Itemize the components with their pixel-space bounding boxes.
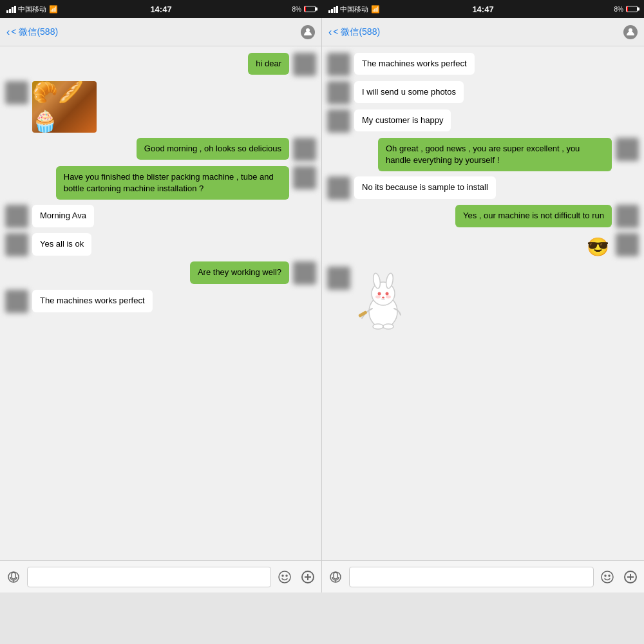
avatar [616, 138, 639, 161]
msg-row: The machines works perfect [5, 290, 316, 313]
add-button[interactable] [298, 567, 317, 587]
phones-container: ‹ < 微信(588) hi dear [0, 18, 644, 592]
status-bar-left: 中国移动 📶 14:47 8% [0, 5, 322, 14]
bottom-bar [0, 592, 644, 644]
bubble: The machines works perfect [354, 53, 475, 75]
msg-row: Yes , our machine is not difficult to ru… [327, 205, 639, 228]
bubble: I will send u some photos [354, 81, 464, 103]
svg-point-14 [386, 292, 389, 295]
carrier-left: 中国移动 [18, 5, 46, 14]
bubble: Have you finished the blister packing ma… [56, 166, 289, 200]
voice-button[interactable] [4, 567, 23, 587]
bubble: Are they working well? [190, 261, 289, 283]
msg-row: 😎 [327, 233, 639, 261]
bubble: Morning Ava [32, 205, 94, 227]
avatar [327, 53, 350, 76]
signal-icon-right [328, 5, 338, 13]
msg-row: I will send u some photos [327, 81, 639, 104]
person-icon [301, 25, 315, 39]
svg-point-4 [286, 575, 287, 576]
phone2-navbar: ‹ < 微信(588) [322, 18, 644, 46]
msg-row: Are they working well? [5, 261, 316, 285]
phone1-message-input[interactable] [27, 567, 271, 587]
msg-row: My customer is happy [327, 109, 639, 133]
bubble: Yes all is ok [32, 233, 91, 255]
phone1-chat-area: hi dear 🥐🥖🧁 Good morning , oh looks so d… [0, 46, 321, 560]
svg-point-16 [375, 295, 381, 298]
bunny-sticker-svg [354, 267, 412, 331]
svg-point-2 [279, 571, 290, 583]
msg-row [327, 267, 639, 334]
battery-percent-right: 8% [614, 6, 623, 13]
phone1-input-bar [0, 560, 321, 592]
emoji-bubble: 😎 [584, 233, 612, 261]
avatar [327, 267, 350, 290]
msg-row: No its because is sample to install [327, 176, 639, 200]
avatar [327, 81, 350, 104]
phone-2: ‹ < 微信(588) The machines works perfect [322, 18, 644, 592]
emoji-button-2[interactable] [598, 567, 617, 587]
svg-point-24 [609, 575, 610, 576]
bubble: The machines works perfect [32, 290, 153, 312]
phone2-message-input[interactable] [349, 567, 594, 587]
msg-row: Have you finished the blister packing ma… [5, 166, 316, 200]
sticker-bubble [354, 267, 412, 334]
avatar [616, 233, 639, 256]
avatar [616, 205, 639, 228]
wifi-icon-left: 📶 [49, 5, 58, 14]
back-chevron-icon: ‹ [6, 26, 10, 38]
status-bar-right: 中国移动 📶 14:47 8% [322, 5, 644, 14]
msg-row: hi dear [5, 53, 316, 76]
battery-icon-left [304, 6, 316, 12]
add-button-2[interactable] [621, 567, 640, 587]
msg-row: Good morning , oh looks so delicious [5, 138, 316, 161]
avatar [5, 290, 28, 313]
status-bar: 中国移动 📶 14:47 8% 中国移动 📶 14:47 8% [0, 0, 644, 18]
battery-icon-right [626, 6, 638, 12]
food-image-bubble: 🥐🥖🧁 [32, 81, 97, 133]
avatar [327, 109, 350, 133]
phone1-navbar: ‹ < 微信(588) [0, 18, 321, 46]
food-image: 🥐🥖🧁 [32, 81, 97, 133]
carrier-right: 中国移动 [340, 5, 368, 14]
svg-point-3 [282, 575, 283, 576]
status-right-icons-right: 8% [614, 6, 638, 13]
svg-point-23 [605, 575, 606, 576]
avatar [5, 205, 28, 228]
avatar [293, 53, 316, 76]
avatar [327, 176, 350, 200]
time-left: 14:47 [150, 5, 171, 14]
msg-row: Oh great , good news , you are super exc… [327, 138, 639, 171]
svg-point-13 [378, 292, 381, 295]
svg-point-15 [382, 296, 384, 298]
person-icon-2 [623, 25, 638, 39]
status-right-icons-left: 8% [292, 6, 316, 13]
time-right: 14:47 [472, 5, 493, 14]
bubble: Oh great , good news , you are super exc… [378, 138, 612, 171]
msg-row: The machines works perfect [327, 53, 639, 76]
phone2-nav-avatar[interactable] [623, 25, 638, 39]
phone1-nav-avatar[interactable] [301, 25, 315, 39]
avatar [293, 261, 316, 285]
svg-point-20 [383, 324, 393, 329]
phone2-chat-area: The machines works perfect I will send u… [322, 46, 644, 560]
msg-row: Morning Ava [5, 205, 316, 228]
svg-point-19 [373, 324, 383, 329]
svg-point-22 [601, 571, 613, 583]
phone1-back-button[interactable]: ‹ < 微信(588) [6, 26, 58, 38]
voice-button-2[interactable] [326, 567, 345, 587]
phone1-nav-title: < 微信(588) [11, 26, 58, 38]
wifi-icon-right: 📶 [371, 5, 380, 14]
battery-percent-left: 8% [292, 6, 301, 13]
phone2-back-button[interactable]: ‹ < 微信(588) [328, 26, 380, 38]
avatar [5, 81, 28, 104]
signal-icon-left [6, 5, 16, 13]
phone-1: ‹ < 微信(588) hi dear [0, 18, 322, 592]
bubble: Good morning , oh looks so delicious [137, 138, 289, 160]
back-chevron-icon-2: ‹ [328, 26, 332, 38]
bubble: My customer is happy [354, 109, 451, 131]
emoji-button[interactable] [275, 567, 294, 587]
bubble: No its because is sample to install [354, 176, 496, 198]
msg-row: Yes all is ok [5, 233, 316, 256]
avatar [293, 166, 316, 189]
